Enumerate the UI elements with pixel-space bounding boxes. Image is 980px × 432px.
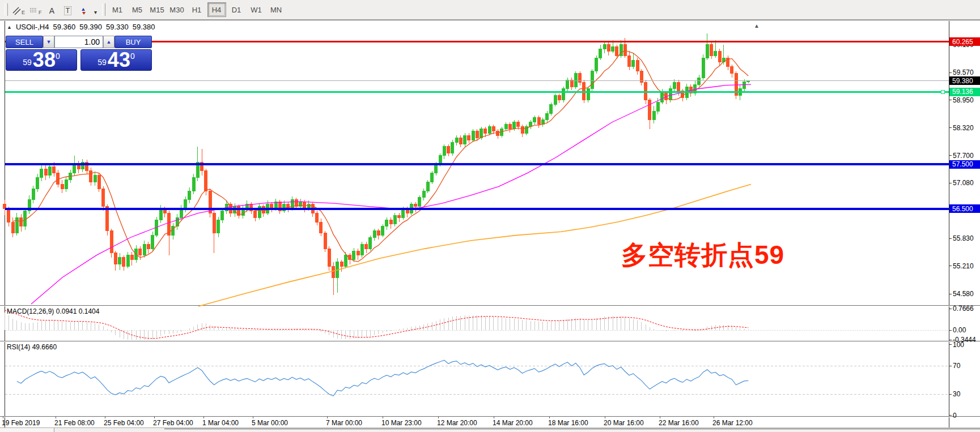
tab-timeframe-m30[interactable]: M30 (168, 2, 186, 17)
arrows-icon (79, 7, 88, 15)
macd-axis-label: 0.7666 (953, 305, 974, 313)
fibonacci-tool-sub: F (39, 10, 42, 15)
sell-price-big: 38 (33, 51, 56, 69)
time-axis-tick (154, 417, 155, 418)
time-axis-label: 19 Feb 2019 (2, 419, 40, 427)
tab-timeframe-w1[interactable]: W1 (247, 2, 266, 17)
sell-price-display[interactable]: 59 38 0 (6, 49, 77, 71)
macd-label: MACD(12,26,9) 0.0941 0.1404 (7, 307, 99, 315)
rsi-name: RSI(14) (7, 343, 30, 351)
time-axis-tick (383, 417, 383, 418)
rsi-axis-dash (949, 344, 952, 345)
time-axis-label: 10 Mar 23:00 (381, 419, 422, 427)
rsi-axis-dash (949, 394, 952, 395)
time-axis-label: 26 Mar 12:00 (712, 419, 753, 427)
macd-axis-dash (949, 340, 952, 340)
time-axis-tick (56, 417, 56, 418)
tab-timeframe-h1[interactable]: H1 (188, 2, 206, 17)
sell-price-small: 59 (23, 58, 32, 67)
rsi-timeaxis-divider (0, 416, 980, 417)
time-axis-tick (494, 417, 494, 418)
macd-rsi-divider[interactable] (0, 341, 980, 342)
macd-name: MACD(12,26,9) (7, 307, 54, 315)
time-axis-tick (253, 417, 253, 418)
trendlines-tool-button[interactable]: E (10, 2, 27, 17)
mt4-window: E F A T ▾ M1 M5 M15 M30 H1 (0, 0, 980, 432)
ohlc-close: 59.380 (133, 23, 155, 31)
time-axis-tick (605, 417, 605, 418)
tab-timeframe-m15[interactable]: M15 (148, 2, 167, 17)
volume-input[interactable] (54, 36, 103, 48)
price-tick-label: 55.830 (953, 234, 974, 242)
trendlines-icon (12, 7, 21, 15)
time-axis-label: 20 Mar 16:00 (604, 419, 644, 427)
buy-price-sup: 0 (130, 52, 135, 61)
time-axis-label: 21 Feb 08:00 (54, 419, 95, 427)
buy-price-big: 43 (108, 51, 130, 69)
fibonacci-tool-button[interactable]: F (27, 2, 44, 17)
price-badge: 57.500 (949, 160, 980, 169)
time-axis-tick (3, 417, 3, 418)
horizontal-scrollbar[interactable] (0, 427, 980, 432)
text-tool-button[interactable]: A (44, 2, 60, 17)
time-axis-tick (660, 417, 660, 418)
time-axis-tick (714, 417, 714, 418)
toolbar-grip[interactable] (5, 3, 8, 16)
price-badge: 59.136 (949, 88, 980, 96)
price-tick-dash (949, 127, 952, 128)
volume-decrease-button[interactable]: ▼ (43, 36, 54, 48)
time-axis-label: 25 Feb 04:00 (104, 419, 144, 427)
price-tick-dash (949, 266, 952, 266)
trendlines-tool-sub: E (22, 10, 25, 15)
macd-axis-dash (949, 309, 952, 309)
price-tick-dash (949, 183, 952, 183)
rsi-axis-label: 70 (953, 362, 960, 370)
macd-axis-dash (949, 330, 952, 331)
tab-timeframe-h4[interactable]: H4 (207, 2, 226, 17)
price-tick-dash (949, 238, 952, 239)
time-axis-tick (203, 417, 204, 418)
rsi-axis-label: 100 (953, 341, 964, 349)
rsi-axis-dash (949, 366, 952, 366)
rsi-axis-label: 0 (953, 412, 957, 420)
one-click-collapse-icon[interactable]: ▲ (7, 24, 12, 30)
time-axis-label: 12 Mar 20:00 (437, 419, 477, 427)
price-tick-label: 58.950 (953, 96, 974, 104)
price-badge: 59.380 (949, 76, 980, 85)
buy-button[interactable]: BUY (114, 36, 152, 48)
time-axis-tick (438, 417, 439, 418)
scrollbar-left-segment[interactable] (0, 428, 54, 432)
time-axis-label: 22 Mar 16:00 (659, 419, 699, 427)
fibonacci-icon (29, 7, 38, 15)
price-tick-dash (949, 294, 952, 294)
volume-increase-button[interactable]: ▲ (103, 36, 114, 48)
chevron-down-icon: ▾ (94, 9, 97, 15)
price-tick-label: 57.700 (953, 152, 974, 160)
macd-value: 0.0941 (56, 307, 77, 315)
toolbar-separator (102, 3, 105, 16)
price-tick-dash (949, 100, 952, 100)
time-axis-label: 14 Mar 20:00 (493, 419, 533, 427)
ohlc-high: 59.390 (79, 23, 102, 31)
arrows-tool-button[interactable] (76, 2, 92, 17)
text-label-tool-button[interactable]: T (60, 2, 76, 17)
rsi-label: RSI(14) 49.6660 (7, 343, 57, 351)
tab-timeframe-mn[interactable]: MN (267, 2, 286, 17)
scrollbar-track (164, 429, 980, 432)
sell-price-sup: 0 (56, 52, 60, 61)
buy-price-display[interactable]: 59 43 0 (80, 49, 152, 71)
sell-button[interactable]: SELL (6, 36, 43, 48)
tab-timeframe-d1[interactable]: D1 (227, 2, 246, 17)
time-axis-label: 27 Feb 04:00 (153, 419, 193, 427)
price-tick-label: 58.320 (953, 124, 974, 132)
tab-timeframe-m1[interactable]: M1 (108, 2, 127, 17)
macd-signal-value: 0.1404 (79, 307, 100, 315)
main-macd-divider[interactable] (0, 305, 980, 306)
ohlc-open: 59.360 (53, 23, 75, 31)
time-axis-label: 7 Mar 00:00 (326, 419, 362, 427)
rsi-axis-dash (949, 415, 952, 416)
arrows-tool-dropdown[interactable]: ▾ (92, 2, 100, 17)
text-label-tool-label: T (64, 6, 71, 15)
tab-timeframe-m5[interactable]: M5 (128, 2, 147, 17)
chart-title: ▲ USOil-,H4 59.360 59.390 59.330 59.380 (7, 23, 155, 31)
